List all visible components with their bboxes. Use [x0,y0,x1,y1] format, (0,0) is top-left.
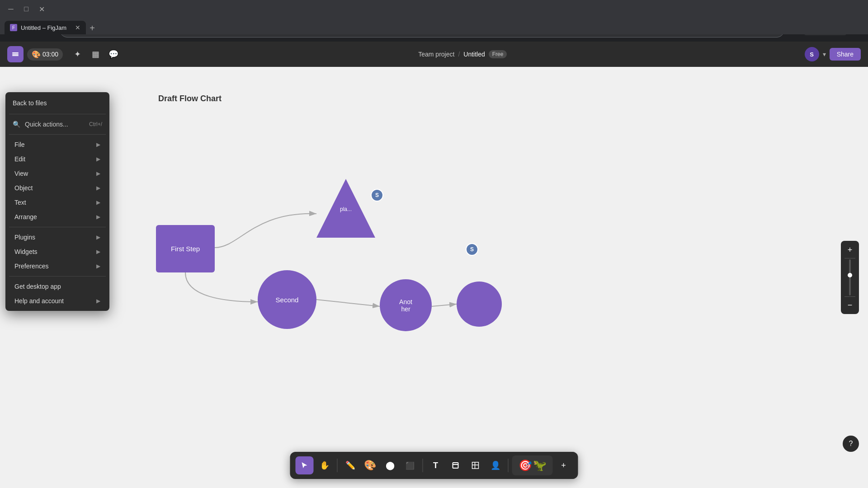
toolbar-sep-3 [508,459,509,472]
canvas-area: Draft Flow Chart First Step pla... Secon… [0,67,868,488]
browser-top-bar: ─ □ ✕ [0,0,868,18]
quick-actions-item[interactable]: 🔍 Quick actions... Ctrl+/ [5,117,109,131]
triangle-shape[interactable]: pla... [316,179,375,238]
object-arrow: ▶ [96,185,100,191]
zoom-thumb [848,273,852,277]
edit-arrow: ▶ [96,156,100,162]
zoom-divider-2 [844,296,855,297]
tab-bar: F Untitled – FigJam ✕ + [0,18,868,34]
tab-close-button[interactable]: ✕ [75,24,80,31]
breadcrumb-separator: / [458,51,460,58]
first-step-shape[interactable]: First Step [156,225,215,272]
svg-rect-0 [12,52,19,53]
arrange-arrow: ▶ [96,214,100,220]
widgets-menu-item[interactable]: Widgets ▶ [7,244,108,259]
file-menu-item[interactable]: File ▶ [7,137,108,152]
hand-tool[interactable]: ✋ [316,456,334,474]
edit-menu-item[interactable]: Edit ▶ [7,152,108,166]
bottom-toolbar: ✋ ✏️ 🎨 ⬤ ⬛ T 👤 🎯 🦖 [290,452,578,479]
text-label: Text [14,199,26,206]
rectangle-tool[interactable]: ⬛ [401,456,419,474]
edit-label: Edit [14,155,25,163]
shapes-tool[interactable]: ⬤ [381,456,399,474]
help-account-arrow: ▶ [96,298,100,304]
select-tool[interactable] [296,456,314,474]
last-circle-shape[interactable] [457,282,502,327]
tab-favicon: F [10,24,17,31]
help-account-item[interactable]: Help and account ▶ [7,294,108,308]
figma-menu-button[interactable] [7,46,24,62]
search-icon: 🔍 [13,121,20,128]
team-project-label: Team project [418,51,454,58]
file-arrow: ▶ [96,141,100,148]
timer-display: 03:00 [42,51,58,58]
active-tab[interactable]: F Untitled – FigJam ✕ [5,21,86,34]
sticker-shapes-tool[interactable]: 🎨 [361,456,379,474]
maximize-button[interactable]: □ [20,3,33,15]
sparkle-button[interactable]: ✦ [70,47,85,61]
arrange-label: Arrange [14,213,37,221]
view-menu-item[interactable]: View ▶ [7,166,108,181]
object-menu-item[interactable]: Object ▶ [7,181,108,195]
browser-controls: ─ □ ✕ [5,3,48,15]
preferences-label: Preferences [14,263,48,270]
second-label: Second [276,296,299,304]
toolbar-right: S ▾ Share [805,47,861,61]
minimize-button[interactable]: ─ [5,3,17,15]
app-container: 🎨 03:00 ✦ ▦ 💬 Team project / Untitled Fr… [0,42,868,488]
help-button[interactable]: ? [843,436,859,452]
canvas-arrows [0,67,868,488]
second-shape[interactable]: Second [258,270,316,329]
zoom-track [849,259,851,296]
dropdown-menu: Back to files 🔍 Quick actions... Ctrl+/ … [5,92,109,311]
close-window-button[interactable]: ✕ [35,3,48,15]
canvas-avatar-2: S [466,243,478,256]
zoom-in-button[interactable]: + [843,243,857,257]
help-account-label: Help and account [14,297,64,305]
zoom-out-button[interactable]: − [843,298,857,312]
new-tab-button[interactable]: + [86,22,99,34]
text-tool[interactable]: T [427,456,445,474]
layout-button[interactable]: ▦ [88,47,103,61]
sticker-area[interactable]: 🎯 🦖 [512,455,553,475]
person-tool[interactable]: 👤 [486,456,505,474]
preferences-menu-item[interactable]: Preferences ▶ [7,259,108,273]
plugins-menu-item[interactable]: Plugins ▶ [7,230,108,244]
back-to-files-item[interactable]: Back to files [5,95,109,111]
sticker-1: 🎯 [519,459,532,472]
plugins-arrow: ▶ [96,234,100,240]
first-step-label: First Step [171,245,200,253]
avatar-button[interactable]: S [805,47,819,61]
preferences-arrow: ▶ [96,263,100,269]
timer-area: 🎨 03:00 [27,48,63,61]
widgets-label: Widgets [14,248,38,255]
widgets-arrow: ▶ [96,249,100,255]
toolbar-left: 🎨 03:00 ✦ ▦ 💬 [7,46,121,62]
zoom-divider [844,258,855,258]
triangle-label: pla... [340,206,352,212]
free-badge[interactable]: Free [489,50,507,58]
diagram-title: Draft Flow Chart [158,94,222,103]
toolbar-sep-2 [423,459,423,472]
svg-rect-6 [472,462,479,469]
pen-tool[interactable]: ✏️ [341,456,359,474]
view-arrow: ▶ [96,170,100,177]
svg-rect-2 [12,55,19,56]
tab-title: Untitled – FigJam [21,24,66,31]
table-tool[interactable] [467,456,485,474]
share-button[interactable]: Share [830,48,861,61]
add-sticker-button[interactable]: + [555,456,573,474]
back-to-files-label: Back to files [13,99,47,107]
text-menu-item[interactable]: Text ▶ [7,195,108,210]
arrange-menu-item[interactable]: Arrange ▶ [7,210,108,224]
another-shape[interactable]: Another [380,279,432,331]
avatar-dropdown-arrow[interactable]: ▾ [823,51,826,58]
comment-button[interactable]: 💬 [106,47,121,61]
zoom-controls: + − [841,241,859,314]
get-desktop-app-label: Get desktop app [14,283,61,290]
timer-icon: 🎨 [32,50,41,59]
get-desktop-app-item[interactable]: Get desktop app [7,279,108,294]
menu-divider-2 [9,134,106,135]
view-label: View [14,170,28,177]
frame-tool[interactable] [447,456,465,474]
